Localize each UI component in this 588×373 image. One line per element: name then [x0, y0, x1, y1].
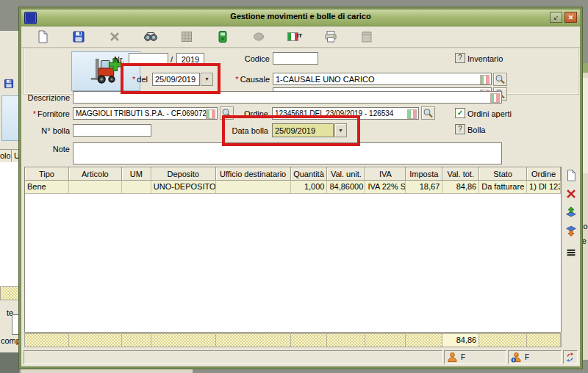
background-right-window: co re — [582, 63, 588, 360]
title-bar: Gestione movimenti e bolle di carico ↙ ✕ — [21, 10, 580, 26]
statusbar-message-area — [24, 350, 442, 364]
row-move-up-icon[interactable] — [564, 206, 578, 219]
save-icon[interactable] — [71, 29, 86, 44]
total-cell — [25, 334, 69, 347]
fornitore-field[interactable] — [73, 107, 218, 120]
statusbar-user2-cell: F — [508, 350, 562, 364]
cell-val-unit[interactable]: 84,86000 — [327, 181, 365, 193]
total-cell — [327, 334, 365, 347]
column-header-deposito[interactable]: Deposito — [151, 167, 216, 181]
window-title: Gestione movimenti e bolle di carico — [21, 12, 580, 21]
column-header-val-unit[interactable]: Val. unit. — [327, 167, 365, 181]
column-header-ordine[interactable]: Ordine — [527, 167, 561, 181]
total-cell — [151, 334, 216, 347]
column-header-quantita[interactable]: Quantità — [291, 167, 328, 181]
row-move-down-icon[interactable] — [564, 224, 578, 237]
print-icon[interactable] — [323, 29, 338, 44]
ordini-aperti-checkbox[interactable]: ✓ — [455, 108, 465, 118]
row-new-icon[interactable] — [564, 169, 578, 182]
descrizione-label: Descrizione — [24, 93, 70, 103]
cell-deposito[interactable]: UNO-DEPOSITO UN — [151, 181, 216, 193]
column-header-ufficio[interactable]: Ufficio destinatario — [216, 167, 291, 181]
grid-icon — [179, 29, 194, 44]
background-right-band — [582, 63, 588, 73]
nr-label: Nr. — [95, 54, 124, 65]
column-header-tipo[interactable]: Tipo — [25, 167, 69, 181]
total-cell — [216, 334, 291, 347]
statusbar-user2-label: F — [525, 353, 529, 361]
total-val-tot: 84,86 — [442, 334, 479, 347]
cell-ufficio[interactable] — [216, 181, 291, 193]
column-header-articolo[interactable]: Articolo — [69, 167, 122, 181]
codice-label: Codice — [220, 54, 270, 64]
background-totals-fragment — [0, 286, 21, 300]
total-cell — [69, 334, 122, 347]
refresh-icon[interactable] — [564, 352, 576, 364]
user-icon — [447, 352, 458, 364]
gestione-movimenti-window: Gestione movimenti e bolle di carico ↙ ✕… — [19, 7, 582, 369]
column-header-iva[interactable]: IVA — [365, 167, 406, 181]
cell-stato[interactable]: Da fatturare — [479, 181, 527, 193]
background-bottom-strip — [21, 369, 193, 373]
it-label: IT — [297, 32, 302, 39]
language-flag-icon — [407, 109, 417, 119]
causale-label: *Causale — [212, 74, 270, 84]
cell-tipo[interactable]: Bene — [25, 181, 69, 193]
movement-rows-table: Tipo Articolo UM Deposito Ufficio destin… — [24, 167, 562, 333]
background-white-area — [0, 162, 20, 286]
search-binoculars-icon[interactable] — [143, 29, 158, 44]
ordine-search-button[interactable] — [421, 106, 435, 120]
new-document-icon[interactable] — [35, 29, 50, 44]
main-toolbar: IT — [21, 26, 580, 48]
column-header-imposta[interactable]: Imposta — [406, 167, 442, 181]
archive-icon[interactable] — [215, 29, 230, 44]
cell-articolo[interactable] — [69, 181, 122, 193]
cell-ordine[interactable]: 1) DI 12345 — [527, 181, 561, 193]
background-table-header: oloU — [0, 149, 19, 163]
causale-search-button[interactable] — [493, 73, 507, 86]
total-cell — [122, 334, 151, 347]
column-header-stato[interactable]: Stato — [479, 167, 527, 181]
total-cell — [406, 334, 442, 347]
fornitore-label: *Fornitore — [24, 109, 70, 119]
cell-um[interactable] — [122, 181, 151, 193]
causale-input[interactable] — [273, 73, 491, 84]
restore-button[interactable]: ↙ — [550, 12, 562, 23]
delete-icon[interactable] — [107, 29, 122, 44]
bolla-checkbox[interactable]: ? — [455, 124, 465, 134]
language-flag-icon — [480, 75, 490, 84]
cell-imposta[interactable]: 18,67 — [406, 181, 442, 193]
language-it-icon[interactable]: IT — [287, 29, 302, 44]
fornitore-input[interactable] — [74, 108, 217, 119]
close-button[interactable]: ✕ — [564, 12, 577, 23]
table-row[interactable]: Bene UNO-DEPOSITO UN 1,000 84,86000 IVA … — [25, 181, 561, 194]
seal-icon — [251, 29, 266, 44]
cell-quantita[interactable]: 1,000 — [291, 181, 328, 193]
background-panel — [1, 95, 21, 141]
statusbar-user1-cell: F — [444, 350, 506, 364]
cell-val-tot[interactable]: 84,86 — [442, 181, 479, 193]
causale-field[interactable] — [273, 73, 492, 85]
total-cell — [291, 334, 328, 347]
annotation-del-date — [121, 63, 220, 94]
inventario-label: Inventario — [467, 54, 519, 64]
bolla-label: Bolla — [467, 125, 504, 135]
background-left-bottom — [0, 352, 19, 373]
column-header-um[interactable]: UM — [122, 167, 151, 181]
inventario-checkbox[interactable]: ? — [455, 53, 465, 63]
row-delete-icon[interactable] — [564, 187, 578, 200]
statusbar-refresh-cell — [563, 350, 578, 364]
nbolla-input[interactable] — [73, 124, 151, 137]
codice-input[interactable] — [273, 52, 318, 65]
background-right-light — [582, 78, 588, 173]
total-cell — [527, 334, 561, 347]
annotation-data-bolla — [222, 115, 360, 146]
total-cell — [365, 334, 406, 347]
save-icon — [3, 78, 15, 90]
menu-icon[interactable] — [564, 246, 578, 259]
user-info-icon — [511, 352, 522, 364]
column-header-val-tot[interactable]: Val. tot. — [442, 167, 479, 181]
cell-iva[interactable]: IVA 22% SP — [365, 181, 406, 193]
ordini-aperti-label: Ordini aperti — [467, 109, 526, 119]
total-cell — [479, 334, 527, 347]
